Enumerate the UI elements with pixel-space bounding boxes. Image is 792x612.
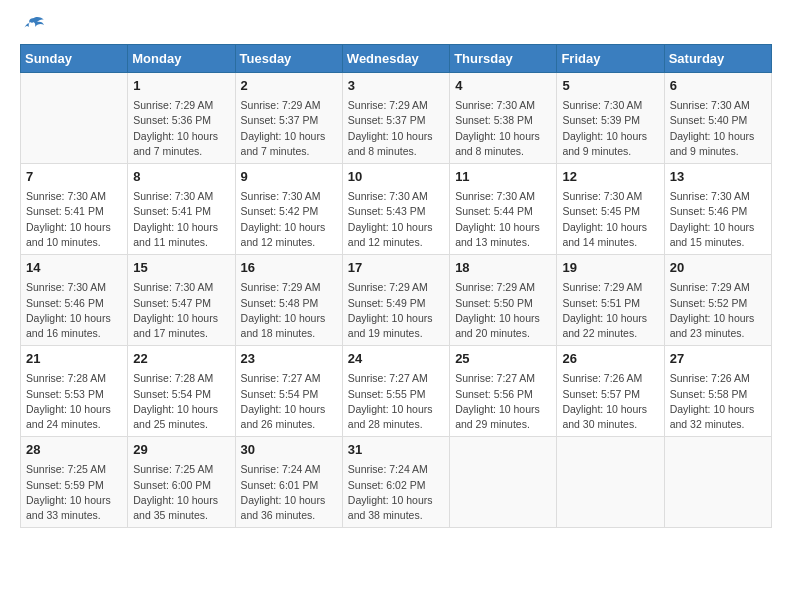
col-thursday: Thursday bbox=[450, 45, 557, 73]
col-friday: Friday bbox=[557, 45, 664, 73]
day-number: 30 bbox=[241, 441, 337, 459]
week-row-4: 21Sunrise: 7:28 AM Sunset: 5:53 PM Dayli… bbox=[21, 346, 772, 437]
header bbox=[20, 16, 772, 34]
calendar-cell: 4Sunrise: 7:30 AM Sunset: 5:38 PM Daylig… bbox=[450, 73, 557, 164]
day-number: 27 bbox=[670, 350, 766, 368]
calendar-cell: 21Sunrise: 7:28 AM Sunset: 5:53 PM Dayli… bbox=[21, 346, 128, 437]
calendar-cell bbox=[21, 73, 128, 164]
day-info: Sunrise: 7:30 AM Sunset: 5:45 PM Dayligh… bbox=[562, 189, 658, 250]
day-info: Sunrise: 7:29 AM Sunset: 5:48 PM Dayligh… bbox=[241, 280, 337, 341]
day-number: 26 bbox=[562, 350, 658, 368]
calendar-cell: 13Sunrise: 7:30 AM Sunset: 5:46 PM Dayli… bbox=[664, 164, 771, 255]
calendar-cell: 14Sunrise: 7:30 AM Sunset: 5:46 PM Dayli… bbox=[21, 255, 128, 346]
day-number: 12 bbox=[562, 168, 658, 186]
day-number: 19 bbox=[562, 259, 658, 277]
calendar-cell: 5Sunrise: 7:30 AM Sunset: 5:39 PM Daylig… bbox=[557, 73, 664, 164]
calendar-cell: 19Sunrise: 7:29 AM Sunset: 5:51 PM Dayli… bbox=[557, 255, 664, 346]
day-info: Sunrise: 7:30 AM Sunset: 5:46 PM Dayligh… bbox=[670, 189, 766, 250]
calendar-cell: 1Sunrise: 7:29 AM Sunset: 5:36 PM Daylig… bbox=[128, 73, 235, 164]
day-info: Sunrise: 7:30 AM Sunset: 5:43 PM Dayligh… bbox=[348, 189, 444, 250]
day-info: Sunrise: 7:24 AM Sunset: 6:01 PM Dayligh… bbox=[241, 462, 337, 523]
day-info: Sunrise: 7:27 AM Sunset: 5:56 PM Dayligh… bbox=[455, 371, 551, 432]
calendar-body: 1Sunrise: 7:29 AM Sunset: 5:36 PM Daylig… bbox=[21, 73, 772, 528]
logo bbox=[20, 16, 46, 34]
calendar-cell: 25Sunrise: 7:27 AM Sunset: 5:56 PM Dayli… bbox=[450, 346, 557, 437]
calendar-cell bbox=[664, 437, 771, 528]
day-info: Sunrise: 7:28 AM Sunset: 5:53 PM Dayligh… bbox=[26, 371, 122, 432]
day-info: Sunrise: 7:30 AM Sunset: 5:47 PM Dayligh… bbox=[133, 280, 229, 341]
day-info: Sunrise: 7:26 AM Sunset: 5:58 PM Dayligh… bbox=[670, 371, 766, 432]
day-number: 31 bbox=[348, 441, 444, 459]
calendar-cell: 18Sunrise: 7:29 AM Sunset: 5:50 PM Dayli… bbox=[450, 255, 557, 346]
calendar-cell bbox=[557, 437, 664, 528]
col-wednesday: Wednesday bbox=[342, 45, 449, 73]
calendar-cell: 23Sunrise: 7:27 AM Sunset: 5:54 PM Dayli… bbox=[235, 346, 342, 437]
week-row-5: 28Sunrise: 7:25 AM Sunset: 5:59 PM Dayli… bbox=[21, 437, 772, 528]
day-number: 29 bbox=[133, 441, 229, 459]
day-info: Sunrise: 7:29 AM Sunset: 5:50 PM Dayligh… bbox=[455, 280, 551, 341]
day-number: 1 bbox=[133, 77, 229, 95]
calendar-cell: 2Sunrise: 7:29 AM Sunset: 5:37 PM Daylig… bbox=[235, 73, 342, 164]
calendar-cell bbox=[450, 437, 557, 528]
calendar-cell: 31Sunrise: 7:24 AM Sunset: 6:02 PM Dayli… bbox=[342, 437, 449, 528]
day-number: 23 bbox=[241, 350, 337, 368]
day-number: 6 bbox=[670, 77, 766, 95]
calendar-cell: 7Sunrise: 7:30 AM Sunset: 5:41 PM Daylig… bbox=[21, 164, 128, 255]
day-info: Sunrise: 7:28 AM Sunset: 5:54 PM Dayligh… bbox=[133, 371, 229, 432]
day-number: 10 bbox=[348, 168, 444, 186]
day-info: Sunrise: 7:29 AM Sunset: 5:52 PM Dayligh… bbox=[670, 280, 766, 341]
day-number: 18 bbox=[455, 259, 551, 277]
logo-bird-icon bbox=[22, 16, 46, 34]
day-info: Sunrise: 7:30 AM Sunset: 5:42 PM Dayligh… bbox=[241, 189, 337, 250]
day-info: Sunrise: 7:25 AM Sunset: 5:59 PM Dayligh… bbox=[26, 462, 122, 523]
day-info: Sunrise: 7:29 AM Sunset: 5:36 PM Dayligh… bbox=[133, 98, 229, 159]
header-row: Sunday Monday Tuesday Wednesday Thursday… bbox=[21, 45, 772, 73]
week-row-3: 14Sunrise: 7:30 AM Sunset: 5:46 PM Dayli… bbox=[21, 255, 772, 346]
calendar-cell: 26Sunrise: 7:26 AM Sunset: 5:57 PM Dayli… bbox=[557, 346, 664, 437]
calendar-cell: 11Sunrise: 7:30 AM Sunset: 5:44 PM Dayli… bbox=[450, 164, 557, 255]
calendar-table: Sunday Monday Tuesday Wednesday Thursday… bbox=[20, 44, 772, 528]
calendar-cell: 9Sunrise: 7:30 AM Sunset: 5:42 PM Daylig… bbox=[235, 164, 342, 255]
day-info: Sunrise: 7:29 AM Sunset: 5:37 PM Dayligh… bbox=[348, 98, 444, 159]
day-info: Sunrise: 7:25 AM Sunset: 6:00 PM Dayligh… bbox=[133, 462, 229, 523]
col-saturday: Saturday bbox=[664, 45, 771, 73]
calendar-cell: 15Sunrise: 7:30 AM Sunset: 5:47 PM Dayli… bbox=[128, 255, 235, 346]
day-number: 11 bbox=[455, 168, 551, 186]
day-info: Sunrise: 7:30 AM Sunset: 5:46 PM Dayligh… bbox=[26, 280, 122, 341]
day-info: Sunrise: 7:26 AM Sunset: 5:57 PM Dayligh… bbox=[562, 371, 658, 432]
day-number: 21 bbox=[26, 350, 122, 368]
day-number: 14 bbox=[26, 259, 122, 277]
day-info: Sunrise: 7:29 AM Sunset: 5:37 PM Dayligh… bbox=[241, 98, 337, 159]
day-number: 13 bbox=[670, 168, 766, 186]
day-info: Sunrise: 7:29 AM Sunset: 5:51 PM Dayligh… bbox=[562, 280, 658, 341]
day-number: 3 bbox=[348, 77, 444, 95]
day-number: 20 bbox=[670, 259, 766, 277]
day-number: 24 bbox=[348, 350, 444, 368]
day-info: Sunrise: 7:27 AM Sunset: 5:55 PM Dayligh… bbox=[348, 371, 444, 432]
col-monday: Monday bbox=[128, 45, 235, 73]
calendar-cell: 3Sunrise: 7:29 AM Sunset: 5:37 PM Daylig… bbox=[342, 73, 449, 164]
day-number: 8 bbox=[133, 168, 229, 186]
calendar-cell: 12Sunrise: 7:30 AM Sunset: 5:45 PM Dayli… bbox=[557, 164, 664, 255]
day-info: Sunrise: 7:30 AM Sunset: 5:39 PM Dayligh… bbox=[562, 98, 658, 159]
week-row-1: 1Sunrise: 7:29 AM Sunset: 5:36 PM Daylig… bbox=[21, 73, 772, 164]
day-number: 9 bbox=[241, 168, 337, 186]
calendar-cell: 20Sunrise: 7:29 AM Sunset: 5:52 PM Dayli… bbox=[664, 255, 771, 346]
day-number: 22 bbox=[133, 350, 229, 368]
calendar-cell: 10Sunrise: 7:30 AM Sunset: 5:43 PM Dayli… bbox=[342, 164, 449, 255]
calendar-cell: 6Sunrise: 7:30 AM Sunset: 5:40 PM Daylig… bbox=[664, 73, 771, 164]
calendar-cell: 22Sunrise: 7:28 AM Sunset: 5:54 PM Dayli… bbox=[128, 346, 235, 437]
col-tuesday: Tuesday bbox=[235, 45, 342, 73]
calendar-cell: 30Sunrise: 7:24 AM Sunset: 6:01 PM Dayli… bbox=[235, 437, 342, 528]
day-info: Sunrise: 7:30 AM Sunset: 5:41 PM Dayligh… bbox=[133, 189, 229, 250]
calendar-cell: 24Sunrise: 7:27 AM Sunset: 5:55 PM Dayli… bbox=[342, 346, 449, 437]
calendar-cell: 16Sunrise: 7:29 AM Sunset: 5:48 PM Dayli… bbox=[235, 255, 342, 346]
day-info: Sunrise: 7:30 AM Sunset: 5:40 PM Dayligh… bbox=[670, 98, 766, 159]
day-number: 7 bbox=[26, 168, 122, 186]
day-number: 25 bbox=[455, 350, 551, 368]
calendar-cell: 29Sunrise: 7:25 AM Sunset: 6:00 PM Dayli… bbox=[128, 437, 235, 528]
col-sunday: Sunday bbox=[21, 45, 128, 73]
day-number: 15 bbox=[133, 259, 229, 277]
day-number: 28 bbox=[26, 441, 122, 459]
day-info: Sunrise: 7:30 AM Sunset: 5:41 PM Dayligh… bbox=[26, 189, 122, 250]
